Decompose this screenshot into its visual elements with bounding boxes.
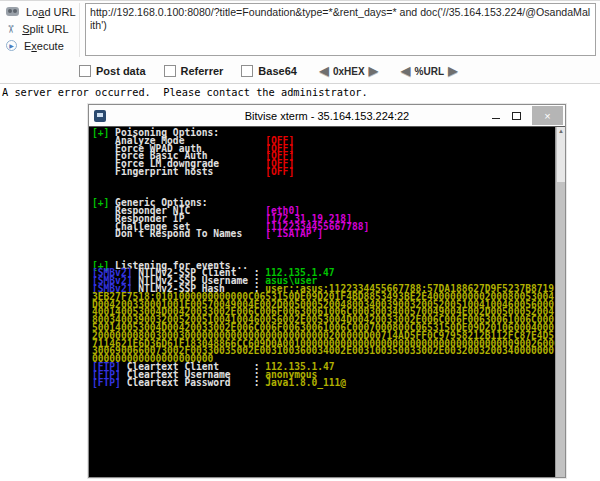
scrollbar-thumb[interactable] (557, 127, 565, 182)
server-error-message: A server error occurred. Please contact … (2, 86, 368, 98)
minimize-icon (492, 118, 500, 119)
play-icon: ▶ (6, 40, 17, 51)
post-data-label: Post data (96, 65, 146, 77)
url-decode-arrow-icon[interactable]: ◀ (401, 64, 411, 77)
terminal-content-area[interactable]: [+] Poisoning Options: Analyze Mode [OFF… (89, 127, 565, 477)
split-url-label: Split URL (22, 23, 68, 35)
options-row: Post data Referrer Base64 ◀ 0xHEX ▶ ◀ %U… (0, 58, 600, 83)
hex-encode-arrow-icon[interactable]: ▶ (369, 64, 379, 77)
url-encode-control: ◀ %URL ▶ (401, 64, 458, 77)
maximize-button[interactable] (506, 106, 526, 125)
scroll-up-arrow-icon[interactable]: ▲ (557, 128, 565, 135)
execute-button[interactable]: ▶ Execute (0, 37, 79, 54)
url-label: %URL (415, 66, 444, 77)
checkbox-icon[interactable] (241, 65, 253, 77)
hackbar-toolbar: Load URL ✂ Split URL ▶ Execute http://19… (0, 0, 600, 84)
terminal-output: [+] Poisoning Options: Analyze Mode [OFF… (92, 129, 560, 386)
toolbar-divider (0, 83, 600, 84)
post-data-checkbox[interactable]: Post data (79, 65, 146, 77)
referrer-checkbox[interactable]: Referrer (164, 65, 224, 77)
xterm-window: Bitvise xterm - 35.164.153.224:22 × [+] … (88, 104, 566, 478)
base64-label: Base64 (258, 65, 297, 77)
checkbox-icon[interactable] (164, 65, 176, 77)
load-url-label: Load URL (26, 6, 76, 18)
window-controls: × (486, 106, 563, 125)
minimize-button[interactable] (486, 106, 506, 125)
load-url-button[interactable]: Load URL (0, 3, 79, 20)
hex-decode-arrow-icon[interactable]: ◀ (319, 64, 329, 77)
hex-label: 0xHEX (333, 66, 365, 77)
maximize-icon (512, 112, 521, 120)
close-button[interactable]: × (532, 106, 563, 125)
toolbar-buttons-column: Load URL ✂ Split URL ▶ Execute (0, 3, 80, 57)
referrer-label: Referrer (181, 65, 224, 77)
url-input[interactable]: http://192.168.0.100:8080/?title=Foundat… (85, 3, 596, 56)
execute-label: Execute (24, 40, 64, 52)
page: Load URL ✂ Split URL ▶ Execute http://19… (0, 0, 600, 481)
url-encode-arrow-icon[interactable]: ▶ (448, 64, 458, 77)
base64-checkbox[interactable]: Base64 (241, 65, 297, 77)
terminal-scrollbar[interactable]: ▲ (555, 127, 565, 477)
split-url-button[interactable]: ✂ Split URL (0, 20, 79, 37)
xterm-titlebar[interactable]: Bitvise xterm - 35.164.153.224:22 × (89, 105, 565, 127)
load-url-icon (6, 7, 19, 16)
hex-encode-control: ◀ 0xHEX ▶ (319, 64, 379, 77)
checkbox-icon[interactable] (79, 65, 91, 77)
scissors-icon: ✂ (6, 24, 16, 33)
